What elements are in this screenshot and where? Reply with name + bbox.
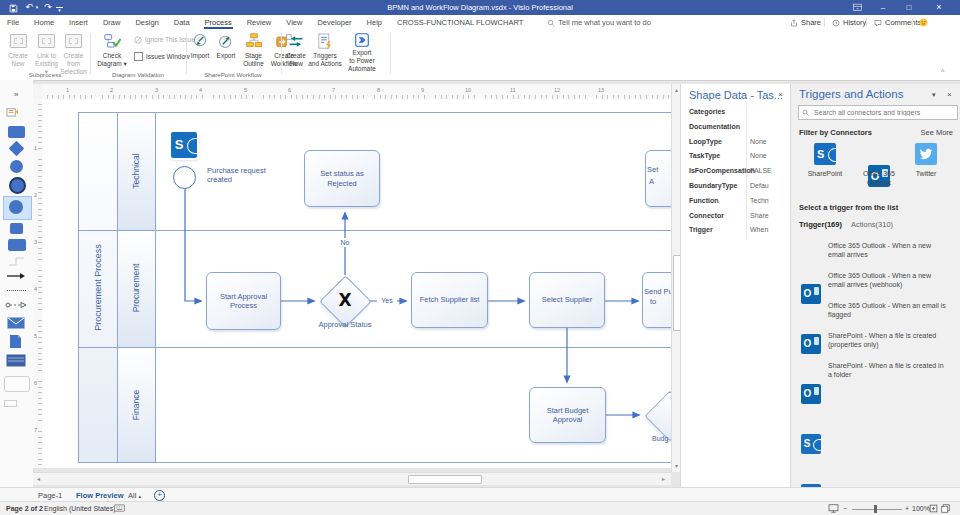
issues-window-checkbox[interactable]: Issues Window	[134, 52, 190, 61]
horizontal-scrollbar[interactable]: ◂ ▸	[33, 472, 671, 485]
drawing-page[interactable]: Procurement Process Technical Procuremen…	[42, 99, 671, 468]
see-more-link[interactable]: See More	[920, 128, 953, 137]
close-icon[interactable]: ×	[947, 90, 952, 99]
tab-review[interactable]: Review	[246, 17, 273, 29]
history-button[interactable]: History	[832, 17, 866, 28]
stencil-icon[interactable]	[6, 106, 19, 117]
shape-subprocess-icon[interactable]	[8, 239, 26, 251]
minimize-button[interactable]: –	[872, 0, 894, 15]
shape-end-event-icon[interactable]	[9, 177, 26, 194]
zoom-level[interactable]: 100%	[912, 505, 930, 512]
task-start-approval-process[interactable]: Start Approval Process	[206, 272, 281, 330]
shape-message-flow-icon[interactable]	[5, 301, 28, 309]
property-value[interactable]: None	[750, 138, 767, 145]
twitter-connector-icon[interactable]	[915, 143, 937, 165]
panel-menu-icon[interactable]: ▾	[932, 91, 936, 99]
task-start-budget-approval[interactable]: Start Budget Approval	[529, 387, 606, 443]
edge-label-no[interactable]: No	[336, 238, 354, 247]
shape-collapsed-subprocess-icon[interactable]	[10, 223, 23, 234]
shape-sequence-flow-icon[interactable]	[6, 272, 26, 280]
feedback-smiley-icon[interactable]	[919, 17, 928, 28]
switch-windows-icon[interactable]	[941, 504, 950, 513]
shape-gateway-icon[interactable]	[9, 141, 25, 157]
actions-tab[interactable]: Actions(310)	[851, 220, 893, 229]
page-tab-flow-preview-active[interactable]: Flow Preview	[76, 491, 124, 500]
task-send-po-partial[interactable]	[642, 272, 671, 328]
tab-insert[interactable]: Insert	[68, 17, 89, 29]
export-button[interactable]: Export	[214, 32, 238, 60]
task-select-supplier[interactable]: Select Supplier	[529, 272, 605, 328]
export-to-power-automate-button[interactable]: Export to Power Automate	[344, 32, 380, 73]
zoom-in-button[interactable]: +	[905, 505, 909, 512]
check-diagram-button[interactable]: Check Diagram ▾	[94, 32, 130, 68]
tab-home[interactable]: Home	[33, 17, 55, 29]
tab-cross-functional-flowchart[interactable]: CROSS-FUNCTIONAL FLOWCHART	[396, 17, 524, 29]
shape-dotted-line-icon[interactable]	[7, 290, 26, 291]
shape-document-icon[interactable]	[9, 334, 22, 349]
scroll-left-arrow[interactable]: ◂	[34, 473, 43, 485]
link-to-existing-button[interactable]: Link to Existing ▾	[33, 32, 60, 76]
shape-group-icon[interactable]	[4, 376, 30, 392]
save-icon[interactable]	[6, 1, 20, 13]
trigger-tab[interactable]: Trigger(169)	[799, 220, 842, 229]
zoom-slider-track[interactable]	[852, 509, 902, 510]
horizontal-scroll-thumb[interactable]	[408, 475, 482, 484]
tab-draw[interactable]: Draw	[102, 17, 122, 29]
stage-outline-button[interactable]: Stage Outline	[240, 32, 267, 68]
start-event-label[interactable]: Purchase request created	[207, 166, 269, 185]
presentation-mode-icon[interactable]	[828, 504, 839, 513]
all-pages-dropdown[interactable]: All ▴	[128, 491, 141, 500]
triggers-and-actions-button[interactable]: Triggers and Actions	[306, 32, 344, 68]
customize-qat-icon[interactable]: ▾	[56, 7, 63, 13]
create-new-button[interactable]: Create New	[5, 32, 31, 68]
scroll-right-arrow[interactable]: ▸	[659, 473, 668, 485]
tab-help[interactable]: Help	[366, 17, 383, 29]
tab-data[interactable]: Data	[173, 17, 191, 29]
shape-connector-icon[interactable]	[8, 257, 25, 266]
sharepoint-connector-icon[interactable]	[814, 143, 836, 165]
zoom-out-button[interactable]: −	[843, 505, 847, 512]
ribbon-display-options-icon[interactable]	[846, 0, 868, 15]
maximize-button[interactable]: □	[898, 0, 920, 15]
property-value[interactable]: Defau	[750, 182, 769, 189]
task-set-status-rejected[interactable]: Set status as Rejected	[304, 150, 380, 207]
shape-text-block-icon[interactable]	[4, 400, 17, 407]
sharepoint-trigger-icon[interactable]	[171, 132, 197, 158]
close-button[interactable]: ×	[928, 0, 950, 15]
shape-start-event-icon[interactable]	[10, 160, 23, 173]
tell-me-box[interactable]: Tell me what you want to do	[547, 18, 651, 27]
language-indicator[interactable]: English (United States)	[44, 505, 116, 512]
shape-message-icon[interactable]	[7, 317, 25, 329]
close-icon[interactable]: ×	[778, 90, 783, 99]
tab-process[interactable]: Process	[204, 17, 233, 29]
collapse-ribbon-button[interactable]: ^	[941, 68, 944, 75]
gateway-label[interactable]: Approval Status	[305, 320, 385, 329]
create-from-selection-button[interactable]: Create from Selection	[60, 32, 87, 76]
comments-button[interactable]: Comments	[874, 17, 921, 28]
shape-data-store-icon[interactable]	[6, 354, 26, 367]
property-value[interactable]: None	[750, 152, 767, 159]
insert-page-button[interactable]: +	[154, 490, 165, 501]
tab-developer[interactable]: Developer	[316, 17, 352, 29]
tab-design[interactable]: Design	[134, 17, 159, 29]
fit-page-icon[interactable]	[929, 504, 938, 513]
tab-view[interactable]: View	[285, 17, 303, 29]
redo-button[interactable]: ↷	[41, 1, 55, 14]
connector-search-box[interactable]	[798, 105, 958, 120]
property-value[interactable]: When	[750, 226, 768, 233]
page-tab-page1[interactable]: Page-1	[38, 491, 62, 500]
zoom-slider-thumb[interactable]	[874, 505, 877, 513]
edge-label-yes[interactable]: Yes	[377, 296, 397, 305]
property-value[interactable]: Share	[750, 212, 769, 219]
keyboard-icon[interactable]	[114, 504, 125, 512]
share-button[interactable]: Share	[790, 17, 821, 28]
property-value[interactable]: Techn	[750, 197, 769, 204]
task-fetch-supplier-list[interactable]: Fetch Supplier list	[411, 272, 488, 328]
start-event-circle[interactable]	[173, 166, 196, 189]
tab-file[interactable]: File	[6, 17, 20, 29]
property-value[interactable]: FALSE	[750, 167, 772, 174]
search-input[interactable]	[812, 108, 948, 117]
undo-dropdown-icon[interactable]: ▾	[33, 1, 41, 14]
shape-task-icon[interactable]	[8, 126, 25, 138]
shape-intermediate-event-icon[interactable]	[9, 200, 23, 214]
